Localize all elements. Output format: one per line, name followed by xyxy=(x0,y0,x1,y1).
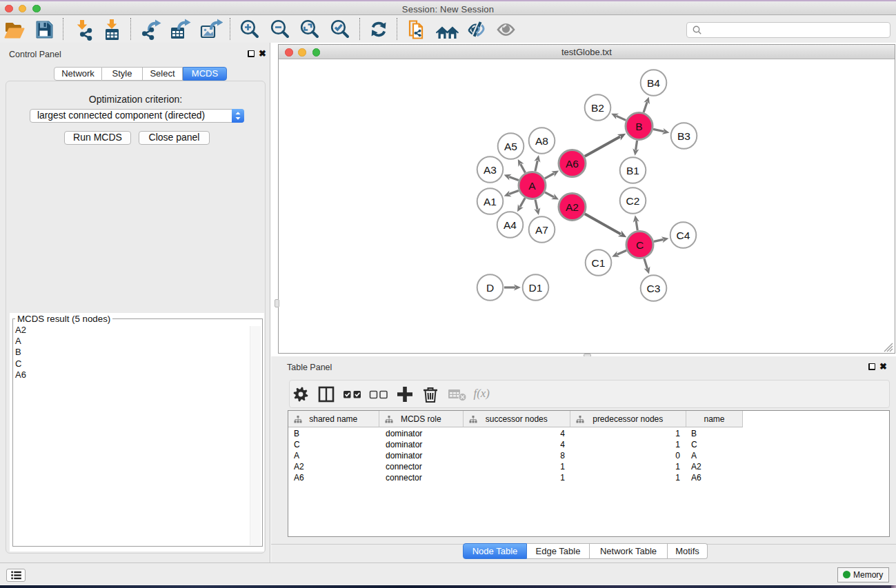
svg-text:A: A xyxy=(528,180,536,192)
svg-text:B2: B2 xyxy=(591,102,604,114)
svg-text:C4: C4 xyxy=(677,230,690,241)
svg-text:A8: A8 xyxy=(535,135,548,147)
svg-text:A2: A2 xyxy=(566,201,579,213)
svg-text:A7: A7 xyxy=(535,224,548,236)
svg-text:f(x): f(x) xyxy=(474,387,490,400)
svg-text:C3: C3 xyxy=(647,283,661,294)
svg-text:A3: A3 xyxy=(484,164,497,176)
svg-text:C: C xyxy=(636,239,644,251)
svg-text:B3: B3 xyxy=(677,130,690,142)
svg-text:C2: C2 xyxy=(626,195,640,207)
svg-text:B1: B1 xyxy=(626,165,639,176)
svg-text:B: B xyxy=(635,121,642,132)
svg-text:A5: A5 xyxy=(504,141,517,152)
svg-text:D: D xyxy=(486,282,494,294)
svg-text:A6: A6 xyxy=(566,158,579,170)
svg-text:A4: A4 xyxy=(504,219,517,231)
svg-text:A1: A1 xyxy=(484,196,497,207)
svg-text:C1: C1 xyxy=(592,257,606,269)
svg-text:B4: B4 xyxy=(647,77,660,89)
svg-text:D1: D1 xyxy=(529,282,543,294)
